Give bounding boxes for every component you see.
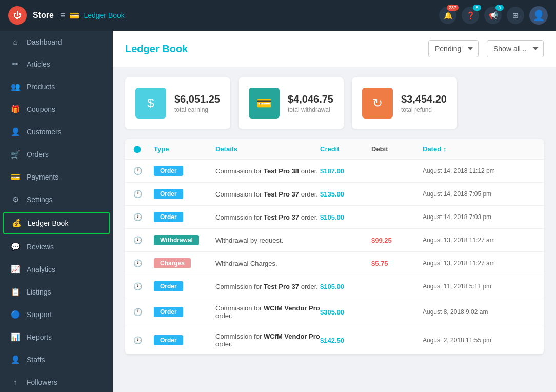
stat-card-withdrawal: 💳 $4,046.75 total withdrawal — [239, 77, 344, 129]
sidebar-item-articles[interactable]: ✏Articles — [0, 53, 113, 75]
sidebar-item-listings[interactable]: 📋Listings — [0, 281, 113, 303]
row-type: Order — [154, 307, 215, 317]
top-header: ⏻ Store ≡ 💳 Ledger Book 🔔 237 ❓ 8 📢 0 ⊞ … — [0, 0, 556, 31]
page-title: Ledger Book — [125, 43, 420, 55]
sidebar-label-reports: Reports — [27, 333, 52, 341]
bell-button[interactable]: 🔔 237 — [439, 7, 456, 24]
type-badge: Charges — [154, 258, 191, 268]
type-badge: Order — [154, 189, 183, 199]
sidebar-item-support[interactable]: 🔵Support — [0, 303, 113, 326]
stats-section: $ $6,051.25 total earning 💳 $4,046.75 to… — [113, 67, 556, 139]
stat-amount-refund: $3,454.20 — [401, 93, 447, 105]
row-debit: $5.75 — [371, 260, 423, 267]
row-date: August 13, 2018 11:27 am — [423, 237, 525, 244]
sidebar-item-payments[interactable]: 💳Payments — [0, 166, 113, 188]
sidebar-item-coupons[interactable]: 🎁Coupons — [0, 98, 113, 121]
row-clock-icon: 🕐 — [133, 213, 154, 221]
row-detail: Withdrawal by request. — [215, 237, 320, 244]
row-clock-icon: 🕐 — [133, 259, 154, 267]
stat-label-withdrawal: total withdrawal — [288, 106, 333, 113]
row-detail: Commission for WCfM Vendor Pro order. — [215, 332, 320, 348]
megaphone-badge: 0 — [495, 5, 504, 11]
sidebar-item-staffs[interactable]: 👤Staffs — [0, 348, 113, 371]
table-header: ⬤ Type Details Credit Debit Dated ↕ — [125, 139, 544, 160]
avatar[interactable]: 👤 — [529, 6, 548, 25]
sidebar-item-analytics[interactable]: 📈Analytics — [0, 258, 113, 281]
hamburger-icon[interactable]: ≡ — [60, 10, 66, 21]
logo-icon: ⏻ — [8, 6, 27, 25]
sidebar-label-coupons: Coupons — [27, 105, 55, 113]
sidebar-item-dashboard[interactable]: ⌂Dashboard — [0, 31, 113, 53]
type-badge: Order — [154, 212, 183, 222]
dashboard-icon: ⌂ — [10, 37, 21, 46]
settings-icon: ⚙ — [10, 195, 21, 204]
sidebar-item-ledger-book[interactable]: 💰Ledger Book — [3, 212, 110, 234]
sidebar-label-reviews: Reviews — [27, 243, 54, 251]
stat-label-refund: total refund — [401, 106, 447, 113]
pending-filter[interactable]: Pending — [428, 40, 479, 57]
table-row: 🕐 Order Commission for WCfM Vendor Pro o… — [125, 326, 544, 354]
row-date: August 2, 2018 11:55 pm — [423, 337, 525, 344]
sidebar-label-listings: Listings — [27, 288, 51, 296]
type-badge: Withdrawal — [154, 235, 199, 245]
table-row: 🕐 Withdrawal Withdrawal by request. $99.… — [125, 229, 544, 252]
sidebar-label-products: Products — [27, 83, 55, 91]
row-credit: $142.50 — [320, 337, 371, 344]
stat-info-earning: $6,051.25 total earning — [174, 93, 220, 113]
stat-icon-withdrawal: 💳 — [249, 88, 280, 119]
sidebar-label-analytics: Analytics — [27, 265, 55, 273]
sidebar-label-payments: Payments — [27, 173, 58, 181]
content-header: Ledger Book Pending Show all .. — [113, 31, 556, 67]
sidebar-label-orders: Orders — [27, 150, 49, 159]
sidebar-item-settings[interactable]: ⚙Settings — [0, 188, 113, 211]
row-date: August 14, 2018 7:03 pm — [423, 213, 525, 221]
row-detail: Commission for Test Pro 37 order. — [215, 190, 320, 198]
sidebar-item-reviews[interactable]: 💬Reviews — [0, 236, 113, 258]
sidebar-item-customers[interactable]: 👤Customers — [0, 121, 113, 143]
reviews-icon: 💬 — [10, 242, 21, 251]
row-clock-icon: 🕐 — [133, 236, 154, 244]
type-badge: Order — [154, 166, 183, 176]
reports-icon: 📊 — [10, 332, 21, 342]
followers-icon: ↑ — [10, 378, 21, 386]
sidebar-item-orders[interactable]: 🛒Orders — [0, 143, 113, 166]
sidebar-item-products[interactable]: 👥Products — [0, 75, 113, 98]
store-name: Store — [33, 11, 54, 20]
stat-info-refund: $3,454.20 total refund — [401, 93, 447, 113]
row-credit: $187.00 — [320, 167, 371, 175]
sidebar-item-followers[interactable]: ↑Followers — [0, 371, 113, 392]
row-date: August 8, 2018 9:02 am — [423, 308, 525, 316]
orders-icon: 🛒 — [10, 150, 21, 159]
coupons-icon: 🎁 — [10, 105, 21, 114]
sidebar-label-customers: Customers — [27, 128, 62, 136]
th-sort — [525, 145, 535, 153]
row-clock-icon: 🕐 — [133, 167, 154, 175]
ledger-book-icon: 💰 — [11, 219, 22, 228]
row-type: Withdrawal — [154, 235, 215, 245]
help-button[interactable]: ❓ 8 — [462, 7, 479, 24]
row-detail: Commission for Test Pro 38 order. — [215, 167, 320, 175]
sidebar-label-articles: Articles — [27, 60, 50, 68]
megaphone-button[interactable]: 📢 0 — [484, 7, 502, 24]
th-credit: Credit — [320, 145, 371, 153]
sidebar-item-reports[interactable]: 📊Reports — [0, 326, 113, 348]
show-all-filter[interactable]: Show all .. — [487, 40, 544, 57]
row-credit: $135.00 — [320, 190, 371, 198]
row-type: Order — [154, 281, 215, 291]
products-icon: 👥 — [10, 82, 21, 91]
row-clock-icon: 🕐 — [133, 308, 154, 316]
stat-icon-refund: ↻ — [362, 88, 393, 119]
stat-card-earning: $ $6,051.25 total earning — [125, 77, 230, 129]
row-credit: $105.00 — [320, 283, 371, 290]
header-left: ⏻ Store ≡ 💳 Ledger Book — [8, 6, 125, 25]
table-row: 🕐 Order Commission for Test Pro 37 order… — [125, 275, 544, 298]
th-select: ⬤ — [133, 145, 154, 153]
row-type: Order — [154, 335, 215, 345]
grid-button[interactable]: ⊞ — [507, 7, 524, 24]
sidebar-label-ledger-book: Ledger Book — [28, 219, 68, 227]
stat-card-refund: ↻ $3,454.20 total refund — [352, 77, 457, 129]
sidebar: ⌂Dashboard✏Articles👥Products🎁Coupons👤Cus… — [0, 31, 113, 392]
sidebar-label-support: Support — [27, 310, 52, 319]
staffs-icon: 👤 — [10, 355, 21, 364]
row-date: August 14, 2018 7:05 pm — [423, 190, 525, 198]
